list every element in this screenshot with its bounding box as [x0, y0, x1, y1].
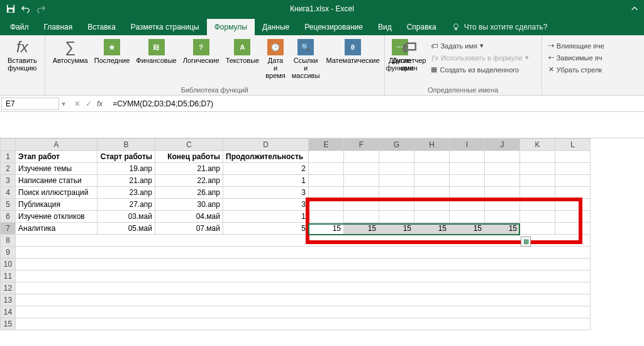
- text-button[interactable]: A Текстовые: [223, 38, 262, 81]
- cell[interactable]: 2: [223, 163, 309, 175]
- col-header[interactable]: D: [223, 139, 309, 151]
- name-box[interactable]: [1, 98, 59, 110]
- col-header[interactable]: I: [450, 139, 485, 151]
- cell[interactable]: [555, 211, 591, 223]
- cell[interactable]: [485, 211, 520, 223]
- autosum-button[interactable]: ∑ Автосумма: [50, 38, 91, 81]
- cell[interactable]: Конец работы: [155, 151, 223, 163]
- cell[interactable]: [450, 163, 485, 175]
- cell[interactable]: [485, 163, 520, 175]
- row-header[interactable]: 1: [1, 151, 16, 163]
- row-header[interactable]: 14: [1, 306, 16, 318]
- cell[interactable]: [344, 163, 379, 175]
- cell[interactable]: [16, 247, 591, 259]
- cell[interactable]: [520, 151, 555, 163]
- row-header[interactable]: 15: [1, 318, 16, 330]
- cell[interactable]: [414, 163, 450, 175]
- cell[interactable]: [450, 199, 485, 211]
- cell[interactable]: Старт работы: [97, 151, 155, 163]
- cell[interactable]: 07.май: [155, 223, 223, 235]
- cell-active[interactable]: 15: [309, 223, 344, 235]
- col-header[interactable]: F: [344, 139, 379, 151]
- cell[interactable]: [414, 151, 450, 163]
- tab-view[interactable]: Вид: [370, 19, 399, 35]
- row-header[interactable]: 10: [1, 259, 16, 271]
- enter-icon[interactable]: ✓: [86, 99, 92, 108]
- tab-data[interactable]: Данные: [255, 19, 297, 35]
- cell[interactable]: Этап работ: [16, 151, 97, 163]
- col-header[interactable]: L: [555, 139, 591, 151]
- cell[interactable]: 26.апр: [155, 187, 223, 199]
- cell[interactable]: Публикация: [16, 199, 97, 211]
- cell[interactable]: 04.май: [155, 211, 223, 223]
- cell[interactable]: Написание статьи: [16, 175, 97, 187]
- logical-button[interactable]: ? Логические: [180, 38, 222, 81]
- cell[interactable]: 15: [450, 223, 485, 235]
- cell[interactable]: 15: [414, 223, 450, 235]
- date-time-button[interactable]: 🕒 Дата и время: [263, 38, 288, 81]
- cell[interactable]: [485, 151, 520, 163]
- cell[interactable]: [555, 151, 591, 163]
- cell[interactable]: 1: [223, 175, 309, 187]
- col-header[interactable]: K: [520, 139, 555, 151]
- cell[interactable]: [485, 175, 520, 187]
- cell[interactable]: 15: [485, 223, 520, 235]
- create-from-selection-button[interactable]: ▦ Создать из выделенного: [430, 64, 520, 75]
- cell[interactable]: [379, 187, 414, 199]
- cell[interactable]: [414, 211, 450, 223]
- col-header[interactable]: B: [97, 139, 155, 151]
- cell[interactable]: [344, 151, 379, 163]
- define-name-button[interactable]: 🏷 Задать имя ▾: [430, 40, 485, 51]
- row-header[interactable]: 5: [1, 199, 16, 211]
- cell[interactable]: [555, 223, 591, 235]
- cell[interactable]: [309, 199, 344, 211]
- cell[interactable]: [379, 163, 414, 175]
- cell[interactable]: [450, 211, 485, 223]
- fx-button-icon[interactable]: fx: [97, 99, 103, 108]
- cell[interactable]: [16, 306, 591, 318]
- tab-file[interactable]: Файл: [3, 19, 36, 35]
- cell[interactable]: 3: [223, 199, 309, 211]
- cell[interactable]: Изучение темы: [16, 163, 97, 175]
- tab-review[interactable]: Рецензирование: [297, 19, 370, 35]
- cell[interactable]: [414, 187, 450, 199]
- cell[interactable]: [379, 199, 414, 211]
- tab-help[interactable]: Справка: [399, 19, 444, 35]
- cell[interactable]: 15: [344, 223, 379, 235]
- cell[interactable]: [309, 175, 344, 187]
- name-manager-button[interactable]: 🏷 Диспетчер имен: [390, 38, 429, 75]
- save-icon[interactable]: [6, 4, 15, 13]
- cell[interactable]: [309, 211, 344, 223]
- cell[interactable]: Изучение откликов: [16, 211, 97, 223]
- cell[interactable]: 03.май: [97, 211, 155, 223]
- math-button[interactable]: θ Математические: [323, 38, 382, 81]
- cell[interactable]: [450, 187, 485, 199]
- cell[interactable]: 23.апр: [97, 187, 155, 199]
- tell-me-search[interactable]: Что вы хотите сделать?: [444, 19, 555, 35]
- redo-icon[interactable]: [36, 4, 45, 13]
- cell[interactable]: [379, 151, 414, 163]
- cell[interactable]: [309, 151, 344, 163]
- recent-button[interactable]: ★ Последние: [92, 38, 133, 81]
- cell[interactable]: [309, 187, 344, 199]
- row-header[interactable]: 3: [1, 175, 16, 187]
- cell[interactable]: 3: [223, 187, 309, 199]
- remove-arrows-button[interactable]: ✕ Убрать стрелк: [547, 64, 604, 75]
- row-header[interactable]: 7: [1, 223, 16, 235]
- cell[interactable]: [344, 187, 379, 199]
- cell[interactable]: [16, 235, 591, 247]
- cell[interactable]: 05.май: [97, 223, 155, 235]
- col-header[interactable]: C: [155, 139, 223, 151]
- cell[interactable]: [520, 223, 555, 235]
- cell[interactable]: [16, 271, 591, 282]
- cell[interactable]: [485, 187, 520, 199]
- cell[interactable]: 22.апр: [155, 175, 223, 187]
- cell[interactable]: [555, 175, 591, 187]
- tab-page-layout[interactable]: Разметка страницы: [123, 19, 207, 35]
- cell[interactable]: [450, 175, 485, 187]
- cell[interactable]: [414, 175, 450, 187]
- cell[interactable]: 1: [223, 211, 309, 223]
- row-header[interactable]: 11: [1, 271, 16, 282]
- row-header[interactable]: 13: [1, 294, 16, 306]
- tab-home[interactable]: Главная: [36, 19, 80, 35]
